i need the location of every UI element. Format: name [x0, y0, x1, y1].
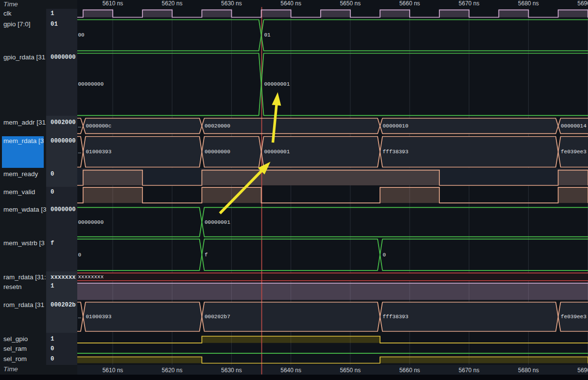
svg-text:5620 ns: 5620 ns	[162, 367, 183, 374]
svg-text:0: 0	[383, 252, 386, 258]
svg-text:00000001: 00000001	[205, 219, 230, 225]
svg-text:01000393: 01000393	[86, 149, 112, 155]
svg-text:5630 ns: 5630 ns	[221, 0, 242, 7]
svg-text:00000000: 00000000	[78, 81, 104, 87]
svg-text:00: 00	[78, 32, 85, 38]
svg-text:01000393: 01000393	[86, 314, 112, 320]
svg-text:5660 ns: 5660 ns	[399, 0, 420, 7]
svg-text:00020000: 00020000	[205, 123, 230, 129]
svg-text:00000000: 00000000	[205, 149, 230, 155]
svg-text:fff38393: fff38393	[383, 149, 409, 155]
svg-text:5680 ns: 5680 ns	[518, 367, 539, 374]
svg-text:00000001: 00000001	[264, 149, 290, 155]
svg-text:xxxxxxxx: xxxxxxxx	[78, 274, 104, 280]
svg-text:5630 ns: 5630 ns	[221, 367, 242, 374]
svg-text:5650 ns: 5650 ns	[340, 0, 361, 7]
svg-text:01: 01	[264, 32, 271, 38]
svg-text:00000000: 00000000	[78, 219, 104, 225]
svg-text:0: 0	[78, 252, 82, 258]
svg-text:5620 ns: 5620 ns	[162, 0, 183, 7]
svg-text:000202b7: 000202b7	[205, 314, 230, 320]
svg-text:5660 ns: 5660 ns	[399, 367, 420, 374]
svg-text:00000001: 00000001	[264, 81, 290, 87]
svg-text:0000000c: 0000000c	[86, 123, 112, 129]
svg-text:5640 ns: 5640 ns	[280, 367, 301, 374]
svg-text:5610 ns: 5610 ns	[103, 367, 123, 374]
svg-text:fff38393: fff38393	[383, 314, 409, 320]
svg-text:…: …	[78, 314, 82, 320]
svg-text:fe039ee3: fe039ee3	[561, 149, 587, 155]
svg-text:…: …	[78, 149, 82, 155]
svg-text:5640 ns: 5640 ns	[280, 0, 301, 7]
svg-text:00000014: 00000014	[561, 123, 587, 129]
svg-text:00000010: 00000010	[383, 123, 409, 129]
svg-text:fe039ee3: fe039ee3	[561, 314, 587, 320]
svg-text:5690 ns: 5690 ns	[577, 0, 588, 7]
svg-text:…: …	[78, 123, 82, 129]
svg-text:5650 ns: 5650 ns	[340, 367, 361, 374]
svg-text:f: f	[205, 252, 208, 258]
svg-text:5610 ns: 5610 ns	[103, 0, 123, 7]
svg-text:5690 ns: 5690 ns	[577, 367, 588, 374]
svg-text:5680 ns: 5680 ns	[518, 0, 539, 7]
svg-text:5670 ns: 5670 ns	[459, 0, 480, 7]
svg-text:5670 ns: 5670 ns	[459, 367, 480, 374]
